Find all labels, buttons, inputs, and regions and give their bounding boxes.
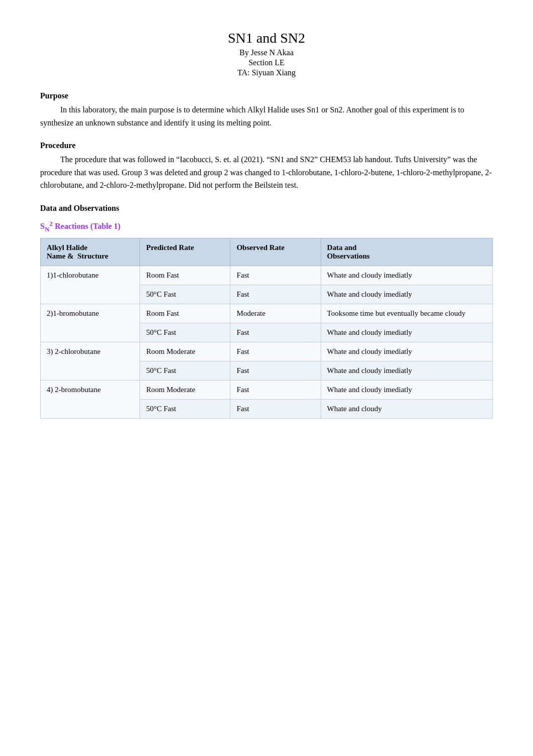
alkyl-halide-cell: 3) 2-chlorobutane: [41, 342, 140, 381]
observed-rate-cell: Fast: [230, 323, 321, 342]
purpose-heading: Purpose: [40, 91, 493, 100]
predicted-rate-cell: 50°C Fast: [140, 400, 230, 419]
observed-rate-cell: Fast: [230, 361, 321, 381]
col-header-data: Data andObservations: [321, 238, 492, 266]
predicted-rate-cell: 50°C Fast: [140, 285, 230, 304]
observed-rate-cell: Moderate: [230, 304, 321, 323]
observed-rate-cell: Fast: [230, 285, 321, 304]
table-row: 2)1-bromobutaneRoom FastModerateTooksome…: [41, 304, 493, 323]
data-observations-cell: Whate and cloudy imediatly: [321, 361, 492, 381]
predicted-rate-cell: Room Moderate: [140, 381, 230, 400]
col-header-predicted: Predicted Rate: [140, 238, 230, 266]
data-observations-cell: Whate and cloudy imediatly: [321, 285, 492, 304]
data-observations-cell: Whate and cloudy imediatly: [321, 381, 492, 400]
alkyl-halide-cell: 2)1-bromobutane: [41, 304, 140, 342]
predicted-rate-cell: 50°C Fast: [140, 323, 230, 342]
author: By Jesse N Akaa: [40, 48, 493, 57]
alkyl-halide-cell: 1)1-chlorobutane: [41, 266, 140, 304]
table-row: 4) 2-bromobutaneRoom ModerateFastWhate a…: [41, 381, 493, 400]
predicted-rate-cell: Room Fast: [140, 266, 230, 285]
procedure-text: The procedure that was followed in “Iaco…: [40, 153, 493, 192]
observed-rate-cell: Fast: [230, 381, 321, 400]
observed-rate-cell: Fast: [230, 266, 321, 285]
table-row: 1)1-chlorobutaneRoom FastFastWhate and c…: [41, 266, 493, 285]
data-observations-cell: Tooksome time but eventually became clou…: [321, 304, 492, 323]
data-observations-cell: Whate and cloudy imediatly: [321, 323, 492, 342]
table-header-row: Alkyl HalideName & Structure Predicted R…: [41, 238, 493, 266]
purpose-section: Purpose In this laboratory, the main pur…: [40, 91, 493, 129]
col-header-alkyl: Alkyl HalideName & Structure: [41, 238, 140, 266]
section: Section LE: [40, 58, 493, 67]
predicted-rate-cell: 50°C Fast: [140, 361, 230, 381]
procedure-heading: Procedure: [40, 141, 493, 150]
data-observations-cell: Whate and cloudy imediatly: [321, 266, 492, 285]
table-row: 3) 2-chlorobutaneRoom ModerateFastWhate …: [41, 342, 493, 361]
predicted-rate-cell: Room Fast: [140, 304, 230, 323]
predicted-rate-cell: Room Moderate: [140, 342, 230, 361]
purpose-text: In this laboratory, the main purpose is …: [40, 103, 493, 129]
sn2-table: Alkyl HalideName & Structure Predicted R…: [40, 238, 493, 419]
col-header-observed: Observed Rate: [230, 238, 321, 266]
data-observations-cell: Whate and cloudy imediatly: [321, 342, 492, 361]
sn2-heading: SN2 Reactions (Table 1): [40, 220, 493, 233]
page-header: SN1 and SN2 By Jesse N Akaa Section LE T…: [40, 30, 493, 77]
procedure-section: Procedure The procedure that was followe…: [40, 141, 493, 192]
observed-rate-cell: Fast: [230, 342, 321, 361]
ta: TA: Siyuan Xiang: [40, 68, 493, 77]
observed-rate-cell: Fast: [230, 400, 321, 419]
alkyl-halide-cell: 4) 2-bromobutane: [41, 381, 140, 419]
data-observations-section: Data and Observations SN2 Reactions (Tab…: [40, 204, 493, 419]
page-title: SN1 and SN2: [40, 30, 493, 46]
data-observations-heading: Data and Observations: [40, 204, 493, 213]
data-observations-cell: Whate and cloudy: [321, 400, 492, 419]
